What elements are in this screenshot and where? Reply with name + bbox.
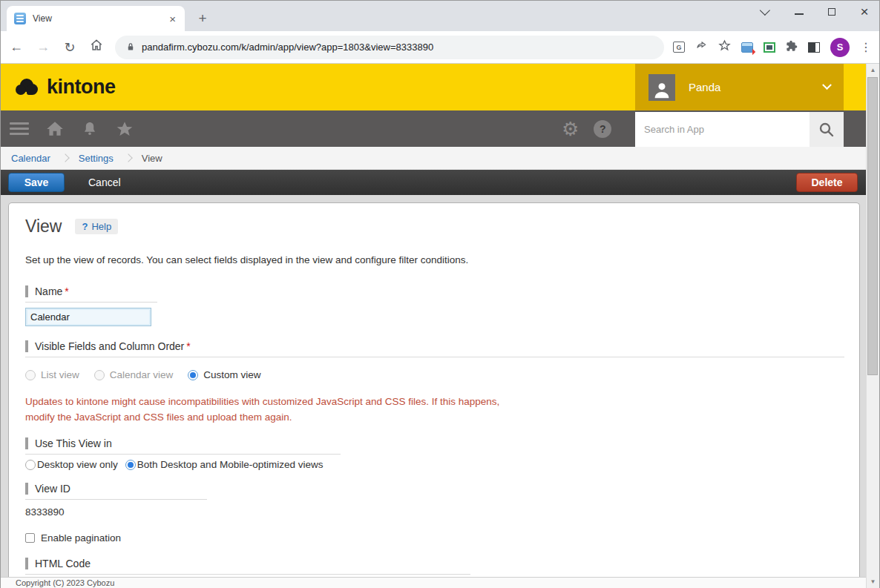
scroll-down-arrow-icon[interactable]: ▼ xyxy=(867,575,879,588)
breadcrumb-chevron-icon xyxy=(61,153,69,162)
window-close-button[interactable]: × xyxy=(858,4,870,20)
favorites-star-icon[interactable] xyxy=(115,119,134,139)
browser-tab[interactable]: View × xyxy=(7,6,185,31)
forward-icon: → xyxy=(32,39,54,55)
user-menu[interactable]: Panda xyxy=(635,64,844,110)
copyright-text: Copyright (C) 2023 Cybozu xyxy=(16,578,114,587)
user-name: Panda xyxy=(689,81,824,93)
person-icon xyxy=(651,79,673,101)
page-scrollbar[interactable]: ▲ ▼ xyxy=(866,64,879,588)
screenshot-extension-icon[interactable] xyxy=(741,42,753,53)
kintone-favicon-icon xyxy=(14,13,26,24)
view-id-value: 8333890 xyxy=(25,506,844,518)
name-input[interactable] xyxy=(25,308,151,326)
radio-icon[interactable] xyxy=(25,460,36,470)
help-question-icon: ? xyxy=(82,221,88,232)
share-icon[interactable] xyxy=(695,40,708,54)
sidebar-extension-icon[interactable] xyxy=(808,42,820,53)
use-view-options: Desktop view only Both Desktop and Mobil… xyxy=(25,459,844,470)
page-footer: Copyright (C) 2023 Cybozu xyxy=(1,577,866,588)
view-id-label: View ID xyxy=(25,482,207,500)
delete-button[interactable]: Delete xyxy=(796,173,858,192)
breadcrumb-current: View xyxy=(142,153,162,164)
breadcrumb-chevron-icon xyxy=(124,153,132,162)
radio-both-desktop-mobile[interactable]: Both Desktop and Mobile-optimized views xyxy=(125,459,324,470)
app-settings-gear-icon[interactable]: ⚙ xyxy=(562,119,579,139)
breadcrumb: Calendar Settings View xyxy=(1,147,879,170)
capture-extension-icon[interactable] xyxy=(764,42,775,53)
content-area: View ? Help Set up the view of records. … xyxy=(1,195,866,577)
tab-close-icon[interactable]: × xyxy=(168,13,177,25)
radio-list-view: List view xyxy=(25,369,79,380)
page-description: Set up the view of records. You can sele… xyxy=(25,254,844,265)
view-type-label: Visible Fields and Column Order* xyxy=(25,340,844,357)
back-icon[interactable]: ← xyxy=(5,39,27,55)
user-avatar xyxy=(648,74,675,101)
html-code-label: HTML Code xyxy=(25,557,470,575)
translate-icon[interactable]: G xyxy=(673,42,685,53)
user-chevron-down-icon xyxy=(822,80,832,90)
pagination-option[interactable]: Enable pagination xyxy=(25,532,844,544)
pagination-label: Enable pagination xyxy=(41,532,121,544)
help-icon[interactable]: ? xyxy=(594,120,611,138)
page-title: View xyxy=(25,217,62,237)
radio-icon xyxy=(25,370,36,380)
bookmark-star-icon[interactable] xyxy=(718,39,731,55)
radio-calendar-view: Calendar view xyxy=(94,369,174,380)
breadcrumb-settings[interactable]: Settings xyxy=(79,153,114,164)
browser-profile-avatar[interactable]: S xyxy=(830,38,850,57)
address-bar[interactable]: pandafirm.cybozu.com/k/admin/app/view?ap… xyxy=(115,36,664,59)
portal-home-icon[interactable] xyxy=(45,119,65,139)
extensions-puzzle-icon[interactable] xyxy=(786,40,798,55)
save-button[interactable]: Save xyxy=(8,173,65,192)
radio-selected-icon[interactable] xyxy=(188,370,198,380)
customization-warning: Updates to kintone might cause incompati… xyxy=(25,394,844,425)
window-menu-chevron-icon[interactable] xyxy=(761,8,772,16)
radio-icon xyxy=(94,370,105,380)
hamburger-menu-icon[interactable] xyxy=(10,122,29,135)
lock-icon xyxy=(125,42,136,53)
breadcrumb-calendar[interactable]: Calendar xyxy=(11,153,50,164)
search-icon xyxy=(818,121,835,139)
required-mark: * xyxy=(65,285,68,297)
scrollbar-thumb[interactable] xyxy=(867,77,878,375)
window-minimize-button[interactable] xyxy=(793,9,805,15)
radio-custom-view[interactable]: Custom view xyxy=(188,369,260,380)
app-search xyxy=(635,112,844,147)
browser-menu-icon[interactable]: ⋮ xyxy=(860,40,872,54)
action-bar: Save Cancel Delete xyxy=(1,170,879,195)
scroll-up-arrow-icon[interactable]: ▲ xyxy=(867,64,879,76)
search-button[interactable] xyxy=(810,112,844,147)
url-text: pandafirm.cybozu.com/k/admin/app/view?ap… xyxy=(142,42,433,53)
radio-selected-icon[interactable] xyxy=(125,460,136,470)
view-type-options: List view Calendar view Custom view xyxy=(25,369,844,380)
cancel-button[interactable]: Cancel xyxy=(88,176,121,188)
notifications-bell-icon[interactable] xyxy=(81,119,99,139)
browser-home-icon[interactable] xyxy=(85,39,108,56)
search-input[interactable] xyxy=(635,112,810,147)
help-link[interactable]: ? Help xyxy=(75,219,118,234)
radio-desktop-only[interactable]: Desktop view only xyxy=(25,459,118,470)
required-mark: * xyxy=(186,340,190,352)
new-tab-button[interactable]: + xyxy=(192,8,213,29)
name-field-label: Name* xyxy=(25,285,157,303)
browser-navbar: ← → ↻ pandafirm.cybozu.com/k/admin/app/v… xyxy=(1,31,879,64)
kintone-cloud-icon xyxy=(16,79,42,96)
reload-icon[interactable]: ↻ xyxy=(59,39,81,56)
window-maximize-button[interactable] xyxy=(826,8,838,16)
browser-tab-strip: View × + × xyxy=(1,1,879,31)
kintone-logo[interactable]: kintone xyxy=(16,76,116,99)
kintone-logo-text: kintone xyxy=(47,76,116,99)
use-view-label: Use This View in xyxy=(25,437,341,455)
settings-panel: View ? Help Set up the view of records. … xyxy=(8,202,860,577)
tab-title: View xyxy=(33,13,168,24)
pagination-checkbox[interactable] xyxy=(25,533,35,543)
